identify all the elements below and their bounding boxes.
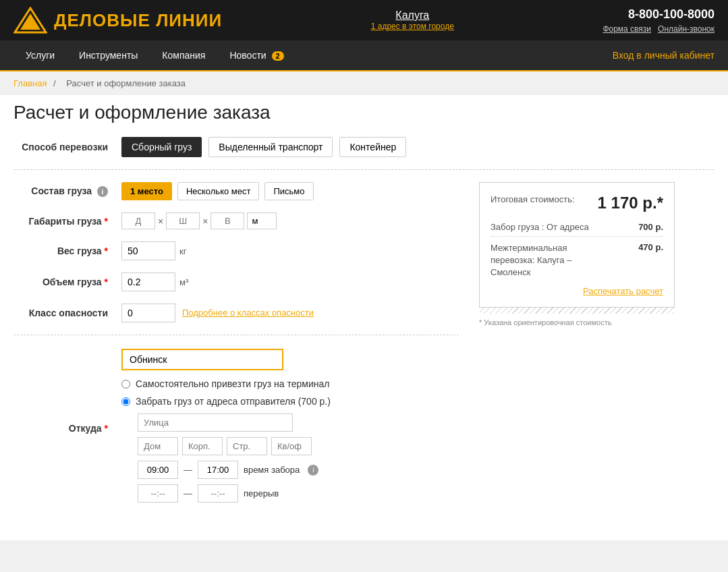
breadcrumb-home[interactable]: Главная — [13, 78, 47, 88]
break-to-input[interactable] — [198, 484, 238, 503]
price-route-row: Межтерминальная перевозка: Калуга – Смол… — [491, 242, 663, 279]
danger-input[interactable] — [121, 304, 175, 322]
login-link[interactable]: Вход в личный кабинет — [613, 40, 715, 70]
dimensions-inputs: × × м см — [121, 212, 277, 229]
news-badge: 2 — [272, 51, 284, 61]
radio-self[interactable]: Самостоятельно привезти груз на терминал — [121, 378, 331, 389]
dim-w-input[interactable] — [166, 212, 200, 229]
cargo-options: 1 место Несколько мест Письмо — [121, 182, 314, 200]
navigation: Услуги Инструменты Компания Новости 2 Вх… — [0, 40, 728, 72]
korp-input[interactable] — [182, 437, 223, 455]
dim-h-input[interactable] — [211, 212, 244, 229]
main-content: Расчет и оформление заказа Способ перево… — [0, 95, 728, 540]
transport-btn-sborniy[interactable]: Сборный груз — [121, 137, 202, 157]
addr-numbers-row — [138, 437, 331, 455]
time-from-input[interactable] — [138, 461, 178, 479]
header-right: 8-800-100-8000 Форма связи Онлайн-звонок — [603, 7, 715, 34]
dims-unit-select[interactable]: м см — [247, 212, 277, 229]
page-title: Расчет и оформление заказа — [13, 102, 715, 123]
danger-label: Класс опасности — [13, 308, 121, 318]
header: ДЕЛОВЫЕ ЛИНИИ Калуга 1 адрес в этом горо… — [0, 0, 728, 40]
header-city[interactable]: Калуга — [371, 9, 454, 22]
price-total-row: Итоговая стоимость: 1 170 р.* — [491, 194, 663, 212]
from-content: Самостоятельно привезти груз на терминал… — [121, 349, 331, 508]
price-total-value: 1 170 р.* — [598, 194, 663, 212]
price-total-label: Итоговая стоимость: — [491, 194, 575, 206]
volume-input[interactable] — [121, 273, 175, 291]
pickup-options: Самостоятельно привезти груз на терминал… — [121, 378, 331, 407]
danger-class-section: Класс опасности Подробнее о классах опас… — [13, 304, 459, 322]
logo-text: ДЕЛОВЫЕ ЛИНИИ — [54, 10, 222, 31]
form-content: Состав груза i 1 место Несколько мест Пи… — [13, 182, 715, 520]
divider-2 — [13, 335, 459, 335]
address-fields: — время забора i — перерыв — [138, 413, 331, 503]
weight-section: Вес груза * кг — [13, 241, 459, 260]
street-row — [138, 413, 331, 437]
dimensions-section: Габариты груза * × × м см — [13, 212, 459, 229]
transport-section: Способ перевозки Сборный груз Выделенный… — [13, 137, 715, 157]
transport-btn-konteyner[interactable]: Контейнер — [339, 137, 406, 157]
cargo-btn-pismo[interactable]: Письмо — [264, 182, 313, 200]
transport-btn-vydeleniy[interactable]: Выделенный транспорт — [208, 137, 333, 157]
price-pickup-label: Забор груза : От адреса — [491, 222, 589, 232]
volume-unit: м³ — [179, 277, 188, 287]
radio-self-input[interactable] — [121, 380, 130, 389]
nav-item-company[interactable]: Компания — [150, 40, 217, 70]
cargo-btn-neskolko[interactable]: Несколько мест — [177, 182, 260, 200]
kv-input[interactable] — [271, 437, 312, 455]
logo: ДЕЛОВЫЕ ЛИНИИ — [13, 7, 222, 34]
price-pickup-value: 700 р. — [638, 222, 663, 232]
breadcrumb-current: Расчет и оформление заказа — [66, 78, 186, 88]
price-pickup-row: Забор груза : От адреса 700 р. — [491, 222, 663, 237]
nav-item-services[interactable]: Услуги — [13, 40, 67, 70]
break-label: перерыв — [244, 488, 279, 498]
str-input[interactable] — [227, 437, 267, 455]
from-label: Откуда * — [13, 423, 121, 434]
time-pickup-row: — время забора i — [138, 461, 331, 479]
danger-link[interactable]: Подробнее о классах опасности — [182, 307, 314, 319]
radio-pickup-input[interactable] — [121, 397, 130, 406]
price-section: Итоговая стоимость: 1 170 р.* Забор груз… — [479, 182, 675, 326]
break-from-input[interactable] — [138, 484, 178, 503]
radio-pickup-label: Забрать груз от адреса отправителя (700 … — [136, 396, 331, 407]
dimensions-label: Габариты груза * — [13, 216, 121, 227]
dom-input[interactable] — [138, 437, 178, 455]
cargo-label: Состав груза i — [13, 185, 121, 198]
time-to-input[interactable] — [198, 461, 238, 479]
form-left: Состав груза i 1 место Несколько мест Пи… — [13, 182, 459, 520]
cargo-btn-1mesto[interactable]: 1 место — [121, 182, 172, 200]
price-route-label: Межтерминальная перевозка: Калуга – Смол… — [491, 242, 605, 279]
svg-marker-1 — [20, 13, 40, 30]
volume-label: Объем груза * — [13, 277, 121, 287]
weight-label: Вес груза * — [13, 246, 121, 256]
time-label: время забора — [244, 465, 300, 475]
header-address-link[interactable]: 1 адрес в этом городе — [371, 22, 454, 31]
form-link[interactable]: Форма связи — [603, 24, 651, 34]
header-center: Калуга 1 адрес в этом городе — [371, 9, 454, 31]
price-box: Итоговая стоимость: 1 170 р.* Забор груз… — [479, 182, 675, 308]
transport-options: Сборный груз Выделенный транспорт Контей… — [121, 137, 406, 157]
cargo-composition-section: Состав груза i 1 место Несколько мест Пи… — [13, 182, 459, 200]
nav-item-tools[interactable]: Инструменты — [67, 40, 150, 70]
dims-unit: м см — [247, 212, 277, 229]
radio-pickup[interactable]: Забрать груз от адреса отправителя (700 … — [121, 396, 331, 407]
cargo-info-icon[interactable]: i — [97, 186, 108, 197]
street-input[interactable] — [138, 413, 293, 432]
transport-label: Способ перевозки — [13, 142, 121, 152]
nav-left: Услуги Инструменты Компания Новости 2 — [13, 40, 296, 70]
volume-section: Объем груза * м³ — [13, 273, 459, 291]
radio-self-label: Самостоятельно привезти груз на терминал — [136, 378, 329, 389]
header-links: Форма связи Онлайн-звонок — [603, 24, 715, 34]
breadcrumb: Главная / Расчет и оформление заказа — [0, 72, 728, 95]
time-info-icon[interactable]: i — [308, 465, 318, 476]
header-phone: 8-800-100-8000 — [603, 7, 715, 22]
break-row: — перерыв — [138, 484, 331, 503]
call-link[interactable]: Онлайн-звонок — [658, 24, 715, 34]
weight-input[interactable] — [121, 241, 175, 260]
from-input[interactable] — [121, 349, 283, 370]
nav-item-news[interactable]: Новости 2 — [217, 40, 296, 70]
divider-1 — [13, 169, 715, 170]
print-link[interactable]: Распечатать расчет — [491, 286, 663, 296]
weight-unit: кг — [179, 246, 186, 256]
dim-d-input[interactable] — [121, 212, 155, 229]
